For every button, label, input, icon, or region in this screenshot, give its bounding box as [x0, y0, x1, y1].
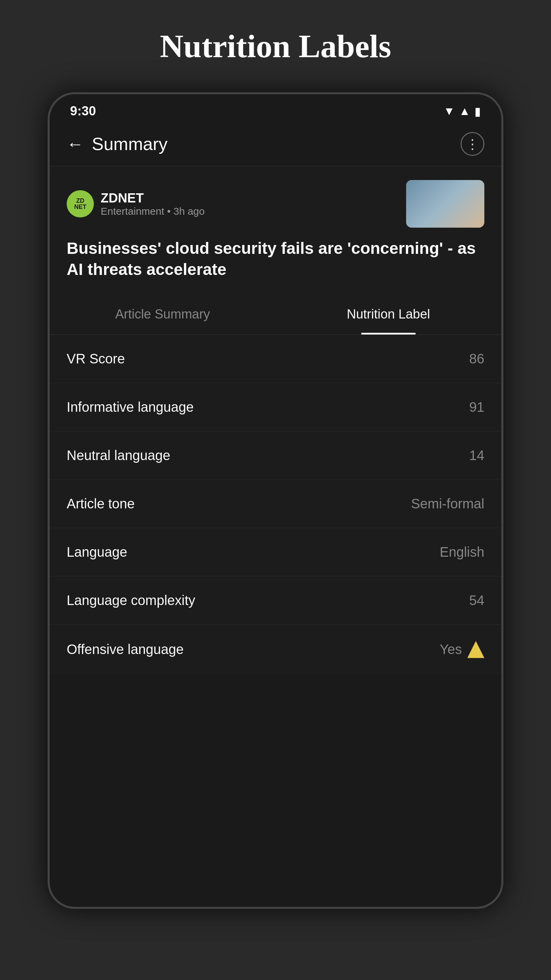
tab-article-summary[interactable]: Article Summary	[50, 294, 275, 334]
source-row: ZDNET ZDNET Entertainment • 3h ago	[67, 180, 484, 228]
nutrition-row-neutral-language: Neutral language 14	[50, 431, 501, 480]
nutrition-row-vr-score: VR Score 86	[50, 335, 501, 383]
top-nav: ← Summary ⋮	[50, 122, 501, 166]
warning-icon	[467, 641, 484, 658]
article-header: ZDNET ZDNET Entertainment • 3h ago Busin…	[50, 166, 501, 294]
source-meta: Entertainment • 3h ago	[101, 205, 205, 217]
status-time: 9:30	[70, 104, 96, 118]
offensive-language-value-group: Yes	[440, 641, 484, 658]
source-left: ZDNET ZDNET Entertainment • 3h ago	[67, 190, 205, 218]
neutral-language-label: Neutral language	[67, 448, 170, 463]
vr-score-value: 86	[469, 351, 485, 366]
article-tone-label: Article tone	[67, 496, 135, 511]
source-logo: ZDNET	[67, 190, 94, 218]
battery-icon: ▮	[475, 105, 481, 118]
informative-language-value: 91	[469, 399, 485, 415]
article-title: Businesses' cloud security fails are 'co…	[67, 238, 484, 280]
nav-left: ← Summary	[67, 134, 167, 154]
signal-icon: ▲	[459, 105, 470, 118]
offensive-language-label: Offensive language	[67, 642, 184, 657]
page-title: Nutrition Labels	[160, 27, 391, 65]
back-button[interactable]: ←	[67, 134, 84, 154]
language-value: English	[440, 544, 484, 560]
tabs: Article Summary Nutrition Label	[50, 294, 501, 335]
article-tone-value: Semi-formal	[411, 496, 484, 511]
offensive-language-text: Yes	[440, 642, 462, 657]
source-separator: •	[167, 205, 173, 217]
article-category: Entertainment	[101, 205, 164, 217]
nutrition-list: VR Score 86 Informative language 91 Neut…	[50, 335, 501, 675]
status-icons: ▼ ▲ ▮	[443, 105, 481, 118]
language-complexity-value: 54	[469, 593, 485, 608]
thumbnail-image	[406, 180, 484, 228]
phone-frame: 9:30 ▼ ▲ ▮ ← Summary ⋮ ZDNET ZDNET Enter…	[48, 92, 503, 909]
language-label: Language	[67, 544, 127, 560]
article-thumbnail	[406, 180, 484, 228]
nutrition-row-informative-language: Informative language 91	[50, 383, 501, 431]
neutral-language-value: 14	[469, 448, 485, 463]
nutrition-row-offensive-language: Offensive language Yes	[50, 625, 501, 675]
nutrition-row-language-complexity: Language complexity 54	[50, 576, 501, 625]
tab-nutrition-label[interactable]: Nutrition Label	[275, 294, 501, 334]
more-options-button[interactable]: ⋮	[460, 132, 484, 156]
source-name: ZDNET	[101, 191, 205, 205]
nutrition-row-language: Language English	[50, 528, 501, 576]
nav-title: Summary	[92, 134, 167, 154]
wifi-icon: ▼	[443, 105, 455, 118]
language-complexity-label: Language complexity	[67, 593, 195, 608]
nutrition-row-article-tone: Article tone Semi-formal	[50, 480, 501, 528]
status-bar: 9:30 ▼ ▲ ▮	[50, 94, 501, 122]
informative-language-label: Informative language	[67, 399, 194, 415]
article-time: 3h ago	[173, 205, 205, 217]
source-info: ZDNET Entertainment • 3h ago	[101, 191, 205, 217]
vr-score-label: VR Score	[67, 351, 125, 366]
